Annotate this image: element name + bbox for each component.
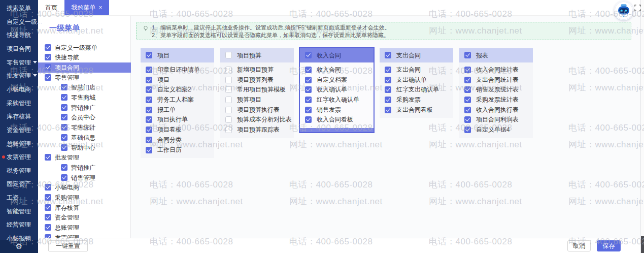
checkbox[interactable] <box>61 124 67 131</box>
checkbox[interactable] <box>225 97 232 103</box>
checkbox[interactable] <box>305 67 312 73</box>
menu-item[interactable]: 红字收入确认单 <box>300 95 374 105</box>
tree-item[interactable]: 批发管理 <box>38 152 131 163</box>
sidebar-item[interactable]: 智能管理 <box>0 206 38 216</box>
checkbox[interactable] <box>225 67 232 73</box>
gear-icon[interactable]: ⚙ <box>16 243 22 250</box>
checkbox[interactable] <box>464 86 471 93</box>
menu-item[interactable]: 常用项目预算模板 <box>220 85 294 95</box>
checkbox[interactable] <box>146 116 152 123</box>
sidebar-item[interactable]: 搜索菜单 <box>0 3 38 13</box>
checkbox[interactable] <box>45 214 51 220</box>
tree-item[interactable]: 自定义一级菜单 <box>38 43 131 53</box>
checkbox[interactable] <box>146 86 152 93</box>
cancel-button[interactable]: 取消 <box>567 240 591 251</box>
checkbox[interactable] <box>305 52 312 58</box>
menu-item[interactable]: 支出合同统计表 <box>459 75 533 85</box>
sidebar-item[interactable]: 工资 <box>0 193 38 203</box>
checkbox[interactable] <box>305 107 312 113</box>
checkbox[interactable] <box>61 84 67 90</box>
sidebar-item[interactable]: 批发管理 <box>0 71 38 81</box>
tree-item[interactable]: 采购管理 <box>38 193 131 203</box>
menu-item[interactable]: 采购发票 <box>380 95 453 105</box>
menu-item[interactable]: 报工单 <box>141 105 214 115</box>
checkbox[interactable] <box>464 116 471 123</box>
group-header[interactable]: 报表 <box>459 48 533 62</box>
tree-item[interactable]: 基础信息 <box>38 133 131 143</box>
checkbox[interactable] <box>45 154 51 161</box>
checkbox[interactable] <box>225 126 232 133</box>
group-header[interactable]: 项目 <box>141 48 214 62</box>
checkbox[interactable] <box>45 184 51 191</box>
sidebar-item[interactable]: 快捷导航 <box>0 30 38 40</box>
group-header[interactable]: 支出合同 <box>380 48 453 62</box>
checkbox[interactable] <box>146 137 152 143</box>
checkbox[interactable] <box>305 97 312 103</box>
checkbox[interactable] <box>146 147 152 153</box>
menu-item[interactable]: 收入合同 <box>300 65 374 75</box>
checkbox[interactable] <box>45 224 51 231</box>
menu-item[interactable]: 红字支出确认单 <box>380 85 453 95</box>
checkbox[interactable] <box>61 134 67 141</box>
menu-item[interactable]: 项目预算执行表 <box>220 105 294 115</box>
tree-item[interactable]: 库存核算 <box>38 203 131 213</box>
tree-item[interactable]: 零售商城 <box>38 92 131 103</box>
checkbox[interactable] <box>45 54 51 60</box>
menu-item[interactable]: 项目合同利润表 <box>459 115 533 125</box>
menu-item[interactable]: 工作日历 <box>141 145 214 155</box>
menu-item[interactable]: 项目执行单 <box>141 115 214 125</box>
checkbox[interactable] <box>385 52 391 58</box>
group-header[interactable]: 项目预算 <box>220 48 294 62</box>
menu-item[interactable]: 项目预算列表 <box>220 75 294 85</box>
checkbox[interactable] <box>61 114 67 120</box>
sidebar-item[interactable]: 总账管理 <box>0 139 38 149</box>
menu-item[interactable]: 支出合同看板 <box>380 105 453 115</box>
menu-item[interactable]: 自定义档案2 <box>141 85 214 95</box>
checkbox[interactable] <box>146 67 152 73</box>
menu-item[interactable]: 支出合同 <box>380 65 453 75</box>
save-button[interactable]: 保存 <box>597 240 621 251</box>
checkbox[interactable] <box>146 77 152 83</box>
checkbox[interactable] <box>146 126 152 133</box>
checkbox[interactable] <box>225 107 232 113</box>
menu-item[interactable]: 收入合同统计表 <box>459 65 533 75</box>
menu-item[interactable]: 项目 <box>141 75 214 85</box>
menu-item[interactable]: 采购发票统计表 <box>459 95 533 105</box>
checkbox[interactable] <box>385 86 391 93</box>
checkbox[interactable] <box>305 86 312 93</box>
checkbox[interactable] <box>45 44 51 51</box>
checkbox[interactable] <box>464 97 471 103</box>
checkbox[interactable] <box>464 52 471 58</box>
checkbox[interactable] <box>305 116 312 123</box>
checkbox[interactable] <box>61 144 67 151</box>
vertical-scrollbar[interactable] <box>640 0 644 253</box>
sidebar-item[interactable]: 税务管理 <box>0 166 38 176</box>
sidebar-item[interactable]: 经营管理 <box>0 219 38 230</box>
menu-item[interactable]: 劳务工人档案 <box>141 95 214 105</box>
tab-my-menu[interactable]: 我的菜单× <box>64 0 109 15</box>
tree-item[interactable]: 小畅电商 <box>38 182 131 193</box>
menu-item[interactable]: 项目预算跟踪表 <box>220 125 294 135</box>
checkbox[interactable] <box>146 97 152 103</box>
scrollbar-thumb[interactable] <box>641 236 644 253</box>
menu-item[interactable]: 项目看板 <box>141 125 214 135</box>
menu-item[interactable]: 预算成本分析对比表 <box>220 115 294 125</box>
checkbox[interactable] <box>45 194 51 201</box>
checkbox[interactable] <box>385 107 391 113</box>
sidebar-item[interactable]: 小畅报销 <box>0 233 38 243</box>
checkbox[interactable] <box>45 204 51 211</box>
checkbox[interactable] <box>61 104 67 111</box>
sidebar-item[interactable]: 自定义一级... <box>0 17 38 27</box>
tree-item[interactable]: 总账管理 <box>38 223 131 233</box>
menu-item[interactable]: 收入确认单 <box>300 85 374 95</box>
tree-item[interactable]: 帮助中心 <box>38 143 131 153</box>
tree-item[interactable]: 会员中心 <box>38 112 131 122</box>
menu-item[interactable]: 新增项目预算 <box>220 65 294 75</box>
checkbox[interactable] <box>225 52 232 58</box>
checkbox[interactable] <box>385 67 391 73</box>
checkbox[interactable] <box>305 77 312 83</box>
tree-item[interactable]: 快捷导航 <box>38 52 131 62</box>
checkbox[interactable] <box>464 107 471 113</box>
checkbox[interactable] <box>146 52 152 58</box>
menu-item[interactable]: 自定义档案 <box>300 75 374 85</box>
